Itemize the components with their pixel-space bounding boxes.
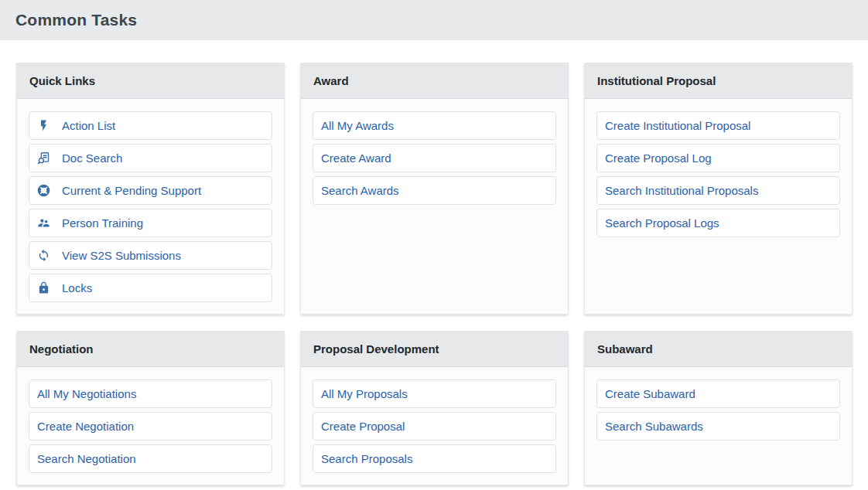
card-quick-links: Quick LinksAction ListDoc SearchCurrent … <box>16 63 285 315</box>
link-label: Doc Search <box>62 152 122 164</box>
link-search-awards[interactable]: Search Awards <box>313 176 556 205</box>
link-create-institutional-proposal[interactable]: Create Institutional Proposal <box>596 111 840 140</box>
link-label: Search Institutional Proposals <box>605 185 758 196</box>
link-all-my-awards[interactable]: All My Awards <box>313 111 556 140</box>
cards-grid: Quick LinksAction ListDoc SearchCurrent … <box>16 63 853 485</box>
link-label: All My Awards <box>321 120 394 131</box>
lightning-icon <box>37 119 50 132</box>
link-label: View S2S Submissions <box>62 250 181 261</box>
link-search-negotiation[interactable]: Search Negotiation <box>29 444 272 473</box>
link-create-subaward[interactable]: Create Subaward <box>596 379 840 408</box>
link-label: Search Subawards <box>605 420 703 432</box>
card-subaward: SubawardCreate SubawardSearch Subawards <box>584 331 853 485</box>
card-award: AwardAll My AwardsCreate AwardSearch Awa… <box>300 63 569 315</box>
sync-arrows-icon <box>37 249 50 262</box>
card-body: Create Institutional ProposalCreate Prop… <box>585 99 852 314</box>
link-label: Create Award <box>321 152 391 164</box>
link-locks[interactable]: Locks <box>29 274 272 302</box>
link-label: Create Proposal Log <box>605 152 712 164</box>
link-label: Search Proposals <box>321 453 412 464</box>
link-label: All My Proposals <box>321 388 408 400</box>
doc-search-icon <box>37 151 50 165</box>
link-label: Person Training <box>62 217 143 229</box>
lock-icon <box>37 281 50 294</box>
card-title: Quick Links <box>17 63 284 99</box>
link-label: Locks <box>62 282 92 294</box>
card-title: Award <box>301 63 568 99</box>
link-label: Current & Pending Support <box>62 185 201 196</box>
card-negotiation: NegotiationAll My NegotiationsCreate Neg… <box>16 331 285 485</box>
link-search-institutional-proposals[interactable]: Search Institutional Proposals <box>596 176 840 205</box>
link-create-proposal[interactable]: Create Proposal <box>313 412 556 441</box>
link-label: Create Institutional Proposal <box>605 120 750 131</box>
link-create-award[interactable]: Create Award <box>313 144 556 172</box>
link-all-my-proposals[interactable]: All My Proposals <box>313 379 556 408</box>
link-action-list[interactable]: Action List <box>29 111 272 140</box>
link-create-proposal-log[interactable]: Create Proposal Log <box>596 144 840 172</box>
card-body: Action ListDoc SearchCurrent & Pending S… <box>17 99 284 314</box>
link-doc-search[interactable]: Doc Search <box>29 144 272 172</box>
page-header: Common Tasks <box>0 0 868 40</box>
card-title: Negotiation <box>17 332 284 367</box>
link-label: All My Negotiations <box>37 388 136 400</box>
link-label: Search Negotiation <box>37 453 136 464</box>
card-proposal-development: Proposal DevelopmentAll My ProposalsCrea… <box>300 331 569 485</box>
card-institutional-proposal: Institutional ProposalCreate Institution… <box>584 63 853 315</box>
link-label: Create Proposal <box>321 420 405 432</box>
link-search-proposal-logs[interactable]: Search Proposal Logs <box>596 209 840 237</box>
card-body: All My ProposalsCreate ProposalSearch Pr… <box>301 367 568 485</box>
page-title: Common Tasks <box>15 11 137 29</box>
card-body: Create SubawardSearch Subawards <box>585 367 852 485</box>
link-person-training[interactable]: Person Training <box>29 209 272 237</box>
link-all-my-negotiations[interactable]: All My Negotiations <box>29 379 272 408</box>
link-label: Create Subaward <box>605 388 695 400</box>
card-title: Subaward <box>585 332 852 367</box>
link-create-negotiation[interactable]: Create Negotiation <box>29 412 272 441</box>
card-body: All My NegotiationsCreate NegotiationSea… <box>17 367 284 485</box>
people-icon <box>37 216 50 230</box>
link-label: Search Proposal Logs <box>605 217 719 229</box>
life-ring-icon <box>37 184 50 197</box>
link-search-subawards[interactable]: Search Subawards <box>596 412 840 441</box>
card-title: Proposal Development <box>301 332 568 367</box>
link-view-s2s-submissions[interactable]: View S2S Submissions <box>29 241 272 270</box>
link-label: Search Awards <box>321 185 399 196</box>
link-current-pending-support[interactable]: Current & Pending Support <box>29 176 272 205</box>
link-search-proposals[interactable]: Search Proposals <box>313 444 556 473</box>
link-label: Action List <box>62 120 115 131</box>
link-label: Create Negotiation <box>37 420 134 432</box>
card-title: Institutional Proposal <box>585 63 852 99</box>
card-body: All My AwardsCreate AwardSearch Awards <box>301 99 568 314</box>
